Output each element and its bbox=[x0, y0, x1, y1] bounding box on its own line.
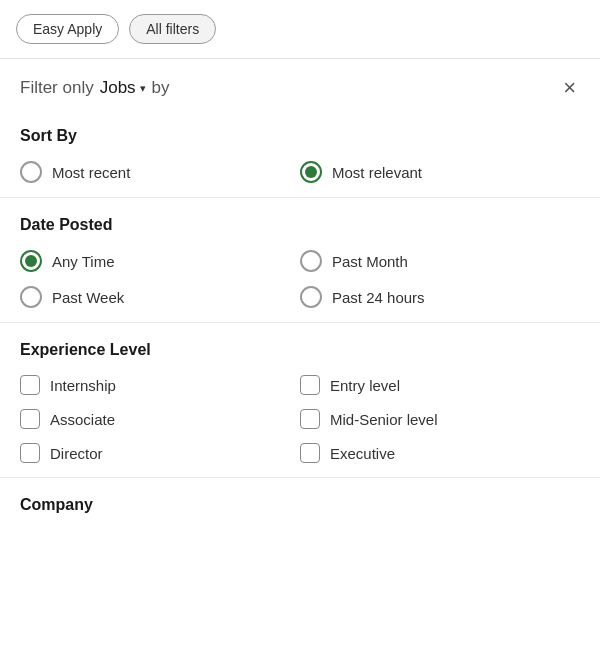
exp-mid-senior-label: Mid-Senior level bbox=[330, 411, 438, 428]
filter-header: Filter only Jobs ▾ by × bbox=[0, 59, 600, 109]
exp-executive-checkbox[interactable] bbox=[300, 443, 320, 463]
top-bar: Easy Apply All filters bbox=[0, 0, 600, 59]
exp-internship-checkbox[interactable] bbox=[20, 375, 40, 395]
date-past-month[interactable]: Past Month bbox=[300, 250, 580, 272]
jobs-label: Jobs bbox=[100, 78, 136, 98]
exp-associate-label: Associate bbox=[50, 411, 115, 428]
exp-mid-senior[interactable]: Mid-Senior level bbox=[300, 409, 580, 429]
date-posted-title: Date Posted bbox=[20, 216, 580, 234]
sort-most-recent-radio[interactable] bbox=[20, 161, 42, 183]
close-button[interactable]: × bbox=[559, 77, 580, 99]
easy-apply-button[interactable]: Easy Apply bbox=[16, 14, 119, 44]
date-past-24h-label: Past 24 hours bbox=[332, 289, 425, 306]
exp-mid-senior-checkbox[interactable] bbox=[300, 409, 320, 429]
exp-director-label: Director bbox=[50, 445, 103, 462]
chevron-down-icon: ▾ bbox=[140, 82, 146, 95]
exp-internship-label: Internship bbox=[50, 377, 116, 394]
date-posted-section: Date Posted Any Time Past Month Past Wee… bbox=[0, 198, 600, 323]
company-title: Company bbox=[20, 496, 580, 514]
date-any-time[interactable]: Any Time bbox=[20, 250, 300, 272]
date-past-week-radio[interactable] bbox=[20, 286, 42, 308]
filter-only-label: Filter only bbox=[20, 78, 94, 98]
sort-most-recent-label: Most recent bbox=[52, 164, 130, 181]
date-past-month-label: Past Month bbox=[332, 253, 408, 270]
exp-entry-level[interactable]: Entry level bbox=[300, 375, 580, 395]
all-filters-button[interactable]: All filters bbox=[129, 14, 216, 44]
jobs-dropdown[interactable]: Jobs ▾ bbox=[100, 78, 146, 98]
exp-executive-label: Executive bbox=[330, 445, 395, 462]
date-past-week-label: Past Week bbox=[52, 289, 124, 306]
date-any-time-label: Any Time bbox=[52, 253, 115, 270]
sort-most-recent[interactable]: Most recent bbox=[20, 161, 300, 183]
sort-most-relevant-label: Most relevant bbox=[332, 164, 422, 181]
exp-entry-level-checkbox[interactable] bbox=[300, 375, 320, 395]
experience-level-title: Experience Level bbox=[20, 341, 580, 359]
company-section: Company bbox=[0, 478, 600, 524]
by-label: by bbox=[152, 78, 170, 98]
exp-director-checkbox[interactable] bbox=[20, 443, 40, 463]
experience-level-options: Internship Entry level Associate Mid-Sen… bbox=[20, 375, 580, 463]
date-past-24h-radio[interactable] bbox=[300, 286, 322, 308]
exp-associate-checkbox[interactable] bbox=[20, 409, 40, 429]
date-past-24h[interactable]: Past 24 hours bbox=[300, 286, 580, 308]
sort-by-title: Sort By bbox=[20, 127, 580, 145]
exp-internship[interactable]: Internship bbox=[20, 375, 300, 395]
date-past-week[interactable]: Past Week bbox=[20, 286, 300, 308]
sort-by-section: Sort By Most recent Most relevant bbox=[0, 109, 600, 198]
exp-associate[interactable]: Associate bbox=[20, 409, 300, 429]
date-any-time-radio[interactable] bbox=[20, 250, 42, 272]
date-past-month-radio[interactable] bbox=[300, 250, 322, 272]
sort-most-relevant-radio[interactable] bbox=[300, 161, 322, 183]
experience-level-section: Experience Level Internship Entry level … bbox=[0, 323, 600, 478]
exp-executive[interactable]: Executive bbox=[300, 443, 580, 463]
sort-most-relevant[interactable]: Most relevant bbox=[300, 161, 580, 183]
date-posted-options: Any Time Past Month Past Week Past 24 ho… bbox=[20, 250, 580, 308]
exp-director[interactable]: Director bbox=[20, 443, 300, 463]
sort-by-options: Most recent Most relevant bbox=[20, 161, 580, 183]
exp-entry-level-label: Entry level bbox=[330, 377, 400, 394]
filter-header-text: Filter only Jobs ▾ by bbox=[20, 78, 559, 98]
